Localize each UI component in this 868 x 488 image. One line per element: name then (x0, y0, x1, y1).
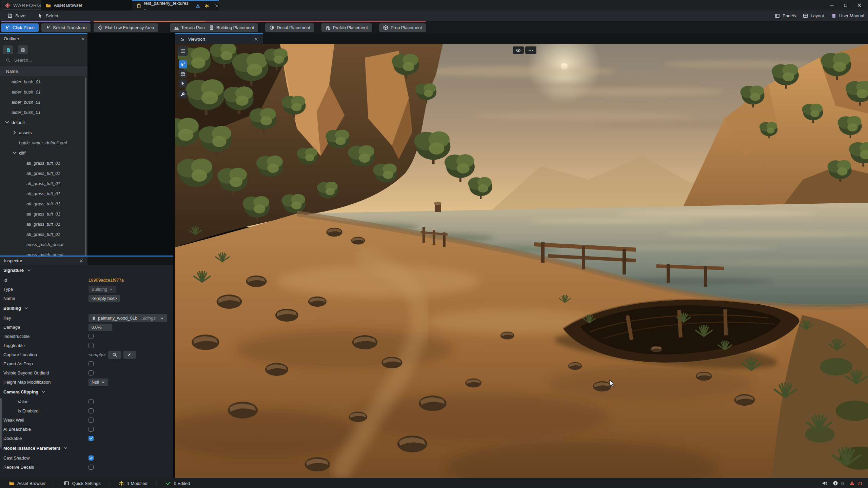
menu-layout[interactable]: Layout (803, 11, 824, 21)
dropdown-height-map-modification[interactable]: Null (88, 379, 108, 386)
menu-save[interactable]: Save (7, 11, 25, 21)
status-1-modified[interactable]: 1 Modified (110, 481, 156, 486)
maximize-icon[interactable] (843, 3, 848, 8)
checkbox-receive-decals[interactable] (88, 465, 94, 470)
outliner-tab-label: Outliner (0, 36, 19, 41)
menu-user-manual[interactable]: User Manual (831, 11, 864, 21)
status-volume[interactable] (822, 481, 827, 486)
panels-icon (775, 13, 780, 18)
flat-low-frequency-area-button[interactable]: Flat Low Frequency Area (94, 23, 158, 32)
tree-row[interactable]: moss_patch_decal (0, 239, 85, 249)
viewport-3d-scene[interactable] (175, 44, 868, 478)
minimize-icon[interactable] (829, 3, 834, 8)
tree-row[interactable]: atl_grass_tuft_01 (0, 229, 85, 239)
inspector-section-building[interactable]: Building (0, 303, 173, 313)
tree-row[interactable]: moss_patch_decal (0, 249, 85, 256)
building-placement-button[interactable]: Building Placement (205, 23, 258, 32)
outliner-scrollbar[interactable] (85, 77, 86, 256)
chevron-down-icon[interactable] (12, 150, 18, 156)
chevron-right-icon[interactable] (12, 130, 18, 135)
viewport-tool-wrench-button[interactable] (179, 90, 187, 98)
checkbox-dockable[interactable] (88, 436, 94, 441)
viewport-more-ellipsis-button[interactable] (525, 46, 536, 54)
tree-row[interactable]: default (0, 117, 85, 127)
inspector-section-signature[interactable]: Signature (0, 265, 173, 276)
chevron-down-icon[interactable] (4, 120, 10, 125)
name-button[interactable]: <empty text> (88, 295, 120, 302)
viewport-tool-cursor-button[interactable] (179, 79, 187, 87)
checkbox-toggleable[interactable] (88, 343, 94, 348)
viewport-tool-prop-box-button[interactable] (179, 70, 187, 78)
tree-row[interactable]: atl_grass_tuft_01 (0, 219, 85, 229)
property-control: Building (88, 286, 116, 293)
inspector-close-icon[interactable] (79, 259, 83, 263)
prop-placement-button[interactable]: Prop Placement (379, 23, 426, 32)
tree-row[interactable]: atl_grass_tuft_01 (0, 178, 85, 188)
menu-select[interactable]: Select (38, 11, 58, 21)
tree-row[interactable]: atl_grass_tuft_01 (0, 168, 85, 178)
checkbox-indestructible[interactable] (88, 334, 94, 339)
prefab-placement-button[interactable]: Prefab Placement (321, 23, 372, 32)
checkbox-export-as-prop[interactable] (88, 361, 94, 366)
viewport-visibility-button[interactable] (513, 46, 524, 54)
status-0-edited[interactable]: 0 Edited (156, 481, 199, 486)
outliner-search[interactable] (0, 56, 87, 65)
inspector-scrollbar[interactable] (0, 398, 2, 449)
title-bar: WARFORGE Asset Browser test_painterly_te… (0, 0, 868, 11)
key-dropdown[interactable]: painterly_wood_01b...ildings (88, 314, 167, 322)
tree-row[interactable]: assets (0, 127, 85, 138)
checkbox-is-enabled[interactable] (88, 408, 94, 413)
select-transform-button[interactable]: Select-Transform (41, 23, 91, 32)
checkbox-ai-breachable[interactable] (88, 427, 94, 432)
outliner-tree: alder_bush_01alder_bush_01alder_bush_01a… (0, 77, 85, 256)
checkbox-weak-wall[interactable] (88, 418, 94, 423)
button-value: <empty text> (92, 296, 117, 301)
property-label: Key (3, 316, 11, 321)
mode-toolbar: Click-PlaceSelect-TransformFlat Low Freq… (0, 21, 868, 33)
tree-row[interactable]: atl_grass_tuft_01 (0, 199, 85, 209)
checkbox-visible-beyond-outfield[interactable] (88, 370, 94, 375)
inspector-section-model-instance-parameters[interactable]: Model Instance Parameters (0, 443, 173, 453)
tree-row[interactable]: atl_grass_tuft_01 (0, 158, 85, 168)
flat-area-icon (98, 25, 103, 30)
checkbox-cast-shadow[interactable] (88, 455, 94, 461)
tab-asset-browser[interactable]: Asset Browser (41, 0, 135, 11)
dropdown-type[interactable]: Building (88, 286, 116, 293)
inspector-row-ai-breachable: Ai Breachable (0, 425, 173, 434)
status-info[interactable]: 6 (833, 481, 844, 486)
viewport-tab[interactable]: Viewport (175, 33, 263, 44)
menu-panels[interactable]: Panels (775, 11, 796, 21)
outliner-document-button[interactable] (3, 45, 13, 54)
tree-row[interactable]: cliff (0, 148, 85, 158)
viewport-tool-menu-button[interactable] (178, 46, 188, 56)
checkbox-value[interactable] (88, 399, 94, 404)
capture-edit-button[interactable] (123, 351, 136, 359)
outliner-close-icon[interactable] (81, 37, 85, 41)
tree-row[interactable]: alder_bush_01 (0, 97, 85, 107)
inspector-tab[interactable]: Inspector (0, 257, 87, 265)
inspector-row-cast-shadow: Cast Shadow (0, 453, 173, 463)
viewport-tool-click-place-button[interactable] (179, 60, 187, 68)
click-place-button[interactable]: Click-Place (1, 23, 39, 32)
outliner-tab[interactable]: Outliner (0, 33, 87, 43)
inspector-section-camera-clipping[interactable]: Camera Clipping (0, 387, 173, 397)
decal-placement-button[interactable]: Decal Placement (265, 23, 314, 32)
tree-row[interactable]: atl_grass_tuft_01 (0, 188, 85, 199)
capture-search-button[interactable] (108, 351, 121, 359)
tree-row[interactable]: alder_bush_01 (0, 107, 85, 117)
tree-row[interactable]: alder_bush_01 (0, 77, 85, 87)
chevron-spacer (4, 99, 10, 105)
tree-row[interactable]: battle_water_default.xml (0, 138, 85, 148)
damage-input[interactable]: 0.0% (88, 324, 112, 331)
status-quick-settings[interactable]: Quick Settings (55, 481, 110, 486)
tab-close-icon[interactable] (215, 4, 219, 8)
tree-row[interactable]: alder_bush_01 (0, 87, 85, 97)
tree-row[interactable]: atl_grass_tuft_01 (0, 209, 85, 219)
search-input[interactable] (14, 57, 73, 63)
close-icon[interactable] (857, 3, 862, 8)
outliner-layers-button[interactable] (18, 45, 28, 54)
status-asset-browser[interactable]: Asset Browser (0, 481, 55, 486)
viewport-close-icon[interactable] (254, 37, 258, 41)
status-warning[interactable]: 21 (849, 481, 863, 486)
tab-document[interactable]: test_painterly_textures .. (132, 0, 219, 11)
